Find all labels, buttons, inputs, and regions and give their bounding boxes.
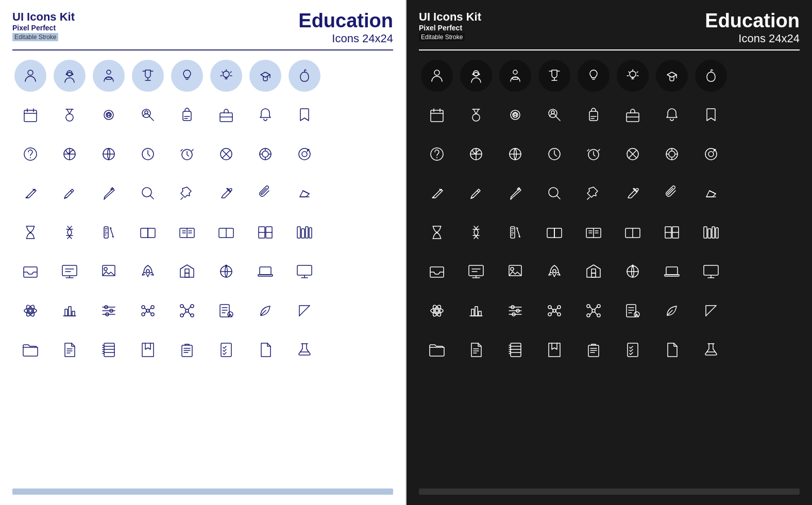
- svg-point-124: [597, 305, 600, 308]
- dark-row-3: [419, 136, 800, 172]
- dark-kit-title: UI Icons Kit: [419, 10, 481, 24]
- light-icon-target2: [286, 136, 323, 172]
- light-icon-trophy: [130, 58, 166, 94]
- dark-icon-network: [576, 293, 612, 329]
- dark-icon-student: [419, 58, 455, 94]
- dark-icon-books: [693, 214, 729, 250]
- dark-row-8: [419, 332, 800, 368]
- light-icon-whiteboard: [52, 254, 88, 290]
- light-icon-leaf: [247, 293, 283, 329]
- dark-icon-graduate: [458, 58, 494, 94]
- light-icon-sliders: [91, 293, 127, 329]
- svg-rect-71: [431, 110, 443, 122]
- svg-point-121: [557, 313, 561, 316]
- light-icon-atom: [12, 293, 48, 329]
- svg-point-72: [472, 114, 480, 121]
- dark-icon-alarm: [576, 136, 612, 172]
- light-icon-search-person: [130, 97, 166, 133]
- light-row-5: [12, 214, 393, 250]
- dark-icon-document: [458, 332, 494, 368]
- svg-point-36: [146, 270, 149, 273]
- light-icon-clock: [130, 136, 166, 172]
- svg-point-14: [30, 157, 31, 158]
- dark-icon-grid-book: [654, 214, 690, 250]
- light-icon-pencil: [12, 175, 48, 211]
- svg-rect-3: [106, 77, 111, 79]
- dark-icon-art: [497, 254, 533, 290]
- light-icon-calendar: [12, 97, 48, 133]
- svg-point-2: [107, 70, 111, 74]
- svg-rect-45: [65, 309, 67, 316]
- svg-point-10: [145, 111, 148, 114]
- svg-point-21: [262, 151, 268, 157]
- svg-point-23: [302, 152, 307, 157]
- light-editable-stroke: Editable Stroke: [12, 33, 58, 41]
- dark-icon-globe: [497, 136, 533, 172]
- svg-point-87: [669, 151, 675, 157]
- dark-icon-target2: [693, 136, 729, 172]
- light-icon-pushpin: [169, 175, 205, 211]
- dark-icon-triangle-ruler: [693, 293, 729, 329]
- light-icon-paperclip: [247, 175, 283, 211]
- light-icon-network: [169, 293, 205, 329]
- dark-icon-pushpin: [576, 175, 612, 211]
- dark-icon-search-person: [536, 97, 572, 133]
- light-edu-title: Education: [298, 10, 393, 32]
- dark-icon-book-half: [615, 214, 651, 250]
- light-icon-backpack: [169, 97, 205, 133]
- svg-point-66: [434, 70, 439, 75]
- dark-icon-globe2: [615, 254, 651, 290]
- svg-point-57: [180, 305, 183, 308]
- svg-rect-39: [260, 267, 271, 275]
- svg-rect-5: [24, 110, 37, 122]
- light-icon-idea: [208, 58, 244, 94]
- dark-icon-grad-cap: [654, 58, 690, 94]
- svg-rect-130: [588, 345, 599, 357]
- light-icon-book-half: [208, 214, 244, 250]
- light-header-right: Education Icons 24x24: [298, 10, 393, 45]
- light-icon-molecule: [130, 293, 166, 329]
- dark-editable-stroke: Editable Stroke: [419, 33, 465, 41]
- svg-rect-40: [297, 265, 312, 275]
- svg-point-0: [28, 70, 33, 75]
- light-icon-document: [52, 332, 88, 368]
- dark-icon-hourglass: [419, 214, 455, 250]
- dark-icon-trophy: [536, 58, 572, 94]
- dark-icon-clock: [536, 136, 572, 172]
- light-icon-laptop: [247, 254, 283, 290]
- dark-icon-certificate: [615, 293, 651, 329]
- svg-rect-29: [301, 229, 304, 238]
- light-icon-dna: [52, 214, 88, 250]
- light-icon-basketball: [52, 136, 88, 172]
- dark-icon-pencil: [419, 175, 455, 211]
- dark-icon-question: [419, 136, 455, 172]
- dark-icon-lightbulb: [576, 58, 612, 94]
- dark-header-left: UI Icons Kit Pixel Perfect Editable Stro…: [419, 10, 481, 41]
- svg-point-35: [104, 267, 107, 271]
- light-kit-title: UI Icons Kit: [12, 10, 75, 24]
- dark-row-2: [419, 97, 800, 133]
- light-bottom-bar: [12, 489, 393, 495]
- svg-point-126: [597, 314, 600, 317]
- dark-bottom-bar: [419, 489, 800, 495]
- dark-icon-dna: [458, 214, 494, 250]
- svg-point-53: [151, 306, 154, 309]
- dark-icon-basketball: [458, 136, 494, 172]
- light-icon-graduate: [52, 58, 88, 94]
- dark-icon-notebook: [497, 332, 533, 368]
- svg-rect-47: [72, 311, 75, 316]
- light-icon-bookmarked-doc: [130, 332, 166, 368]
- dark-icon-sliders: [497, 293, 533, 329]
- light-icon-badge: [91, 97, 127, 133]
- light-icon-globe2: [208, 254, 244, 290]
- svg-rect-103: [591, 273, 596, 277]
- dark-icon-folder: [419, 332, 455, 368]
- svg-point-6: [66, 114, 73, 121]
- light-icon-globe: [91, 136, 127, 172]
- light-icon-bookmark: [286, 97, 323, 133]
- svg-point-73: [511, 110, 520, 120]
- dark-icon-idea: [615, 58, 651, 94]
- svg-point-101: [511, 267, 514, 271]
- svg-rect-46: [69, 307, 71, 316]
- svg-rect-105: [666, 267, 678, 275]
